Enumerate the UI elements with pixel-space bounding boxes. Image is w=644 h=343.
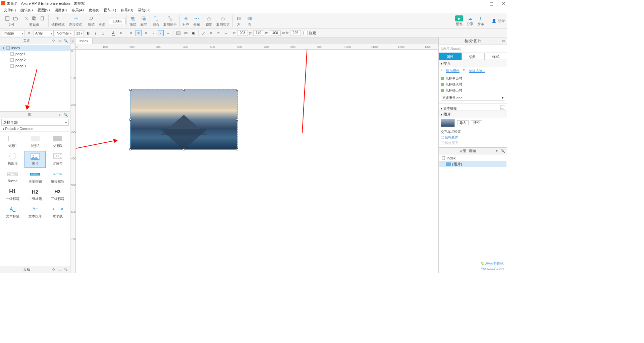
widget-hr[interactable]: 水平线 <box>47 204 68 220</box>
new-file-icon[interactable] <box>4 15 11 22</box>
x-input[interactable]: 203 <box>237 30 248 36</box>
style-selector[interactable]: Image <box>2 30 25 36</box>
ungroup-icon[interactable] <box>167 15 173 22</box>
widget-rect3[interactable]: 矩形3 <box>47 134 68 150</box>
page-tab-index[interactable]: index <box>75 38 93 44</box>
lock-aspect-icon[interactable]: ⇄ <box>282 31 285 35</box>
widget-h2[interactable]: H2二级标题 <box>24 187 46 203</box>
canvas[interactable] <box>76 50 438 273</box>
master-folder-icon[interactable]: ▭ <box>57 267 62 272</box>
menu-arrange[interactable]: 布局(A) <box>69 7 86 13</box>
login-button[interactable]: 👤 登录 <box>492 18 505 23</box>
event-mousein[interactable]: 鼠标移入时 <box>441 81 505 87</box>
page-item-1[interactable]: page1 <box>0 51 70 57</box>
bring-front-icon[interactable] <box>129 15 136 22</box>
align-icon[interactable] <box>182 15 189 22</box>
page-item-3[interactable]: page3 <box>0 63 70 69</box>
arrow-style-button[interactable]: → <box>223 30 229 36</box>
share-button[interactable]: ☁分享 <box>466 15 474 26</box>
add-case-link[interactable]: 添加用例 <box>446 69 460 73</box>
group-icon[interactable] <box>153 15 159 22</box>
widget-placeholder[interactable]: 占位符 <box>47 151 68 168</box>
inspector-expand-icon[interactable]: ▭ <box>502 39 505 43</box>
outline-image-item[interactable]: (图片) <box>439 161 506 167</box>
align-left-button[interactable]: ≡ <box>128 30 134 36</box>
line-width-button[interactable]: ≡ <box>208 30 214 36</box>
add-folder-icon[interactable]: ▭ <box>57 39 62 43</box>
selected-image-widget[interactable] <box>130 89 237 150</box>
create-link-link[interactable]: 创建连接... <box>469 69 485 73</box>
hidden-checkbox[interactable] <box>304 31 308 35</box>
line-style-button[interactable]: ┅ <box>215 30 221 36</box>
menu-view[interactable]: 视图(V) <box>36 7 52 13</box>
widget-rect2[interactable]: 矩形2 <box>24 134 46 150</box>
widget-name-input[interactable]: (图片 Name) <box>439 45 507 53</box>
pen-icon[interactable] <box>88 15 95 22</box>
style-apply-icon[interactable]: ≡ <box>26 30 32 36</box>
publish-button[interactable]: ⬇发布 <box>477 15 485 26</box>
add-page-icon[interactable]: ⟳ <box>51 39 56 43</box>
library-select[interactable]: 选择全部 <box>1 119 69 126</box>
lib-menu-icon[interactable]: ≡ <box>57 113 62 117</box>
copy-icon[interactable] <box>31 15 38 22</box>
hover-style-link[interactable]: ⬚ 鼠标悬停 <box>441 135 505 140</box>
widget-primary-button[interactable]: BUTTON主要按钮 <box>24 169 46 185</box>
menu-edit[interactable]: 编辑(E) <box>18 7 35 13</box>
page-item-2[interactable]: page2 <box>0 57 70 63</box>
connect-mode-icon[interactable] <box>72 15 79 22</box>
lock-icon[interactable] <box>206 15 212 22</box>
textlink-button[interactable]: … <box>500 105 505 110</box>
menu-file[interactable]: 文件(F) <box>2 7 18 13</box>
widget-button[interactable]: BUTTONButton <box>2 169 23 185</box>
inner-shadow-button[interactable]: ▣ <box>190 30 196 36</box>
master-search-icon[interactable]: 🔍 <box>63 267 68 272</box>
tab-style[interactable]: 样式 <box>484 53 507 60</box>
clear-button[interactable]: 清空 <box>471 120 482 125</box>
font-size-selector[interactable]: 13 <box>74 30 84 36</box>
fill-color-button[interactable] <box>175 30 181 36</box>
tab-prev-button[interactable]: ◂ <box>70 38 74 44</box>
menu-help[interactable]: 帮助(H) <box>136 7 152 13</box>
distribute-icon[interactable] <box>193 15 200 22</box>
y-input[interactable]: 149 <box>253 30 264 36</box>
font-color-button[interactable]: A <box>110 30 116 36</box>
widget-link-button[interactable]: BUTTON链接按钮 <box>47 169 68 185</box>
outer-shadow-button[interactable]: ▭ <box>183 30 189 36</box>
align-right-button[interactable]: ≡ <box>143 30 149 36</box>
import-button[interactable]: 导入 <box>457 120 469 125</box>
event-click[interactable]: 鼠标单击时 <box>441 75 505 81</box>
dock-right-icon[interactable] <box>246 15 253 22</box>
section-image[interactable]: 图片 <box>439 111 507 118</box>
bold-button[interactable]: B <box>85 30 91 36</box>
valign-bottom-button[interactable]: ⫟ <box>165 30 171 36</box>
cut-icon[interactable] <box>23 15 30 22</box>
menu-project[interactable]: 项目(P) <box>52 7 69 13</box>
close-button[interactable]: ✕ <box>501 1 506 6</box>
outline-root[interactable]: index <box>439 155 506 161</box>
mousedown-style-link[interactable]: ⬚ 鼠标按下 <box>441 140 505 145</box>
unlock-icon[interactable] <box>220 15 226 22</box>
minimize-button[interactable]: — <box>477 1 482 6</box>
valign-top-button[interactable]: ⫠ <box>150 30 156 36</box>
maximize-button[interactable]: ▢ <box>489 1 494 6</box>
font-selector[interactable]: Arial <box>34 30 54 36</box>
page-root-item[interactable]: ▾ index <box>0 45 70 51</box>
zoom-input[interactable]: 100% <box>109 18 126 24</box>
event-mouseout[interactable]: 鼠标移出时 <box>441 87 505 93</box>
add-master-icon[interactable]: ⟳ <box>51 267 56 272</box>
more-icon[interactable]: ⋯ <box>99 15 105 22</box>
more-events-select[interactable]: 更多事件>>> <box>441 95 505 101</box>
menu-account[interactable]: 账号(U) <box>119 7 135 13</box>
lib-search-icon[interactable]: 🔍 <box>63 113 68 117</box>
widget-ellipse[interactable]: 椭圆形 <box>2 151 23 168</box>
menu-team[interactable]: 团队(T) <box>102 7 118 13</box>
widget-rect1[interactable]: 矩形1 <box>2 134 23 150</box>
section-interactions[interactable]: 交互 <box>439 60 507 67</box>
select-mode-icon[interactable] <box>55 15 61 22</box>
tab-notes[interactable]: 说明 <box>462 53 484 60</box>
widget-image[interactable]: 图片 <box>24 151 46 168</box>
widget-h3[interactable]: H3三级标题 <box>47 187 68 203</box>
widget-label[interactable]: A_文本标签 <box>2 204 23 220</box>
italic-button[interactable]: I <box>93 30 99 36</box>
valign-middle-button[interactable]: ⫞ <box>158 30 164 36</box>
